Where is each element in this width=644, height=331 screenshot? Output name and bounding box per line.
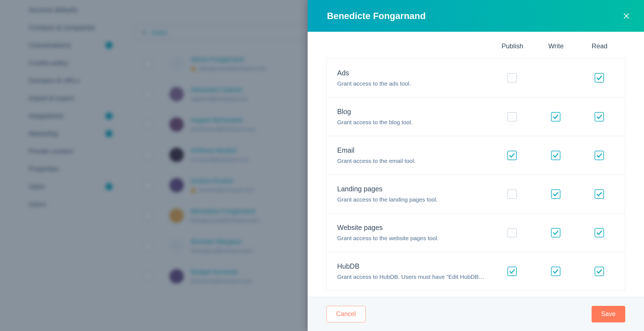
checkbox-hubdb-read[interactable] [595, 267, 604, 276]
perm-title: Landing pages [337, 185, 485, 193]
save-button[interactable]: Save [592, 306, 625, 322]
perm-desc: Grant access to the ads tool. [337, 80, 485, 87]
permission-column-headers: Publish Write Read [326, 32, 625, 58]
permissions-table: Ads Grant access to the ads tool. Blog G… [326, 58, 625, 291]
modal-footer: Cancel Save [308, 297, 644, 331]
perm-desc: Grant access to the email tool. [337, 158, 485, 164]
perm-title: HubDB [337, 262, 485, 270]
checkbox-hubdb-write[interactable] [551, 267, 560, 276]
perm-title: Blog [337, 108, 485, 116]
col-read: Read [578, 42, 621, 50]
cancel-button[interactable]: Cancel [326, 306, 366, 322]
checkbox-blog-write[interactable] [551, 112, 560, 121]
perm-row-email: Email Grant access to the email tool. [327, 136, 625, 174]
perm-title: Ads [337, 69, 485, 77]
user-permissions-modal: Benedicte Fongarnand Publish Write Read … [308, 0, 644, 331]
perm-desc: Grant access to HubDB. Users must have "… [337, 274, 485, 280]
perm-desc: Grant access to the website pages tool. [337, 235, 485, 242]
perm-title: Website pages [337, 224, 485, 232]
perm-row-landing: Landing pages Grant access to the landin… [327, 174, 625, 213]
modal-body: Publish Write Read Ads Grant access to t… [308, 32, 644, 297]
perm-row-hubdb: HubDB Grant access to HubDB. Users must … [327, 252, 625, 290]
checkbox-landing-publish[interactable] [507, 189, 517, 199]
perm-desc: Grant access to the blog tool. [337, 119, 485, 126]
perm-row-website: Website pages Grant access to the websit… [327, 213, 625, 252]
modal-header: Benedicte Fongarnand [308, 0, 644, 32]
checkbox-website-read[interactable] [595, 228, 604, 237]
perm-row-blog: Blog Grant access to the blog tool. [327, 97, 625, 136]
checkbox-hubdb-publish[interactable] [507, 267, 517, 276]
checkbox-blog-publish[interactable] [507, 112, 517, 121]
perm-desc: Grant access to the landing pages tool. [337, 196, 485, 203]
col-write: Write [534, 42, 578, 50]
checkbox-email-read[interactable] [595, 151, 604, 160]
checkbox-email-write[interactable] [551, 151, 560, 160]
checkbox-email-publish[interactable] [507, 151, 517, 160]
close-icon[interactable] [620, 10, 632, 22]
checkbox-landing-read[interactable] [595, 189, 604, 199]
checkbox-website-write[interactable] [551, 228, 560, 237]
checkbox-ads-read[interactable] [595, 73, 604, 83]
checkbox-ads-publish[interactable] [507, 73, 517, 83]
col-publish: Publish [491, 42, 534, 50]
perm-title: Email [337, 146, 485, 154]
modal-title: Benedicte Fongarnand [327, 11, 426, 21]
perm-row-ads: Ads Grant access to the ads tool. [327, 59, 625, 97]
checkbox-blog-read[interactable] [595, 112, 604, 121]
checkbox-landing-write[interactable] [551, 189, 560, 199]
checkbox-website-publish[interactable] [507, 228, 517, 237]
